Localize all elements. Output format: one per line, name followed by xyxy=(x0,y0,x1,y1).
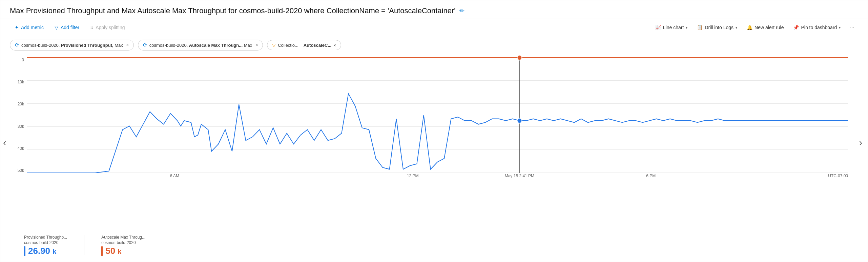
legend-sub-2: cosmos-build-2020 xyxy=(101,240,145,245)
apply-splitting-button[interactable]: ⠿ Apply splitting xyxy=(85,23,129,32)
y-label-30k: 30k xyxy=(18,124,24,129)
toolbar-left: ✦ Add metric ▽ Add filter ⠿ Apply splitt… xyxy=(10,22,651,33)
chip1-prefix: cosmos-build-2020, Provisioned Throughpu… xyxy=(21,43,123,48)
legend-row-2: 50 k xyxy=(101,246,145,256)
chart-inner xyxy=(27,58,848,173)
filter-chip-label: Collectio... = AutoscaleC... xyxy=(278,43,331,48)
page-title: Max Provisioned Throughput and Max Autos… xyxy=(10,6,455,15)
apply-splitting-label: Apply splitting xyxy=(96,25,125,30)
drill-logs-chevron: ▾ xyxy=(736,26,737,29)
drill-logs-button[interactable]: 📋 Drill into Logs ▾ xyxy=(693,23,741,32)
new-alert-label: New alert rule xyxy=(755,25,784,30)
legend-color-2 xyxy=(101,246,103,256)
y-label-10k: 10k xyxy=(18,80,24,84)
add-metric-label: Add metric xyxy=(21,25,44,30)
edit-icon[interactable]: ✏ xyxy=(459,7,464,15)
chart-svg xyxy=(27,58,848,173)
pin-icon: 📌 xyxy=(793,25,799,30)
x-label-cursor: May 15 2:41 PM xyxy=(505,174,534,178)
new-alert-button[interactable]: 🔔 New alert rule xyxy=(743,23,788,32)
pin-dashboard-button[interactable]: 📌 Pin to dashboard ▾ xyxy=(789,23,845,32)
legend-row-1: 26.90 k xyxy=(24,246,67,256)
nav-right-button[interactable]: › xyxy=(856,136,865,149)
legend-sub-1: cosmos-build-2020 xyxy=(24,240,67,245)
legend-item-1: Provisioned Throughp... cosmos-build-202… xyxy=(24,235,67,256)
line-chart-icon: 📈 xyxy=(655,25,661,30)
line-chart-label: Line chart xyxy=(663,25,684,30)
more-options-button[interactable]: ··· xyxy=(846,23,858,32)
chip2-close-button[interactable]: × xyxy=(255,43,258,47)
nav-left-button[interactable]: ‹ xyxy=(0,136,9,149)
cosmos-icon-1: ⟳ xyxy=(15,42,19,48)
legend-label-2: Autoscale Max Throug... xyxy=(101,235,145,240)
add-filter-label: Add filter xyxy=(61,25,79,30)
title-bar: Max Provisioned Throughput and Max Autos… xyxy=(0,0,868,19)
drill-logs-icon: 📋 xyxy=(697,25,703,30)
add-metric-icon: ✦ xyxy=(15,24,19,31)
legend-separator xyxy=(84,235,84,255)
line-chart-button[interactable]: 📈 Line chart ▾ xyxy=(651,23,691,32)
svg-point-3 xyxy=(517,118,522,123)
filter-icon: ▽ xyxy=(272,42,276,48)
legend-label-1: Provisioned Throughp... xyxy=(24,235,67,240)
add-filter-button[interactable]: ▽ Add filter xyxy=(50,22,84,33)
toolbar-right: 📈 Line chart ▾ 📋 Drill into Logs ▾ 🔔 New… xyxy=(651,23,858,32)
line-chart-chevron: ▾ xyxy=(686,26,687,29)
toolbar: ✦ Add metric ▽ Add filter ⠿ Apply splitt… xyxy=(0,19,868,36)
x-label-6am: 6 AM xyxy=(170,174,179,178)
metric-chip-1: ⟳ cosmos-build-2020, Provisioned Through… xyxy=(10,40,134,51)
utc-label: UTC-07:00 xyxy=(828,174,848,178)
add-filter-icon: ▽ xyxy=(55,24,59,31)
chip1-close-button[interactable]: × xyxy=(126,43,129,47)
y-label-0: 0 xyxy=(22,58,24,62)
new-alert-icon: 🔔 xyxy=(747,25,752,30)
legend-item-2: Autoscale Max Throug... cosmos-build-202… xyxy=(101,235,145,256)
chip2-prefix: cosmos-build-2020, Autoscale Max Through… xyxy=(149,43,252,48)
y-axis: 50k 40k 30k 20k 10k 0 xyxy=(10,58,27,173)
legend-value-2: 50 k xyxy=(105,246,121,256)
pin-dashboard-label: Pin to dashboard xyxy=(801,25,837,30)
pin-chevron: ▾ xyxy=(839,26,841,29)
x-axis: 6 AM 12 PM May 15 2:41 PM 6 PM UTC-07:00 xyxy=(27,174,848,183)
y-label-20k: 20k xyxy=(18,102,24,106)
y-label-50k: 50k xyxy=(18,168,24,173)
cosmos-icon-2: ⟳ xyxy=(143,42,147,48)
chart-area: ‹ › 50k 40k 30k 20k 10k 0 xyxy=(0,54,868,231)
legend-area: Provisioned Throughp... cosmos-build-202… xyxy=(0,231,868,262)
filter-chip: ▽ Collectio... = AutoscaleC... × xyxy=(267,40,341,50)
add-metric-button[interactable]: ✦ Add metric xyxy=(10,22,48,33)
metric-chip-2: ⟳ cosmos-build-2020, Autoscale Max Throu… xyxy=(138,40,263,51)
legend-color-1 xyxy=(24,246,25,256)
metrics-bar: ⟳ cosmos-build-2020, Provisioned Through… xyxy=(0,36,868,54)
y-label-40k: 40k xyxy=(18,146,24,151)
drill-logs-label: Drill into Logs xyxy=(705,25,733,30)
legend-value-1: 26.90 k xyxy=(28,246,56,256)
svg-point-2 xyxy=(517,55,522,60)
filter-chip-close-button[interactable]: × xyxy=(333,43,336,48)
apply-splitting-icon: ⠿ xyxy=(90,25,94,30)
more-icon: ··· xyxy=(850,25,854,30)
chart-wrapper: 50k 40k 30k 20k 10k 0 xyxy=(10,58,858,183)
x-label-12pm: 12 PM xyxy=(407,174,419,178)
x-label-6pm: 6 PM xyxy=(646,174,656,178)
